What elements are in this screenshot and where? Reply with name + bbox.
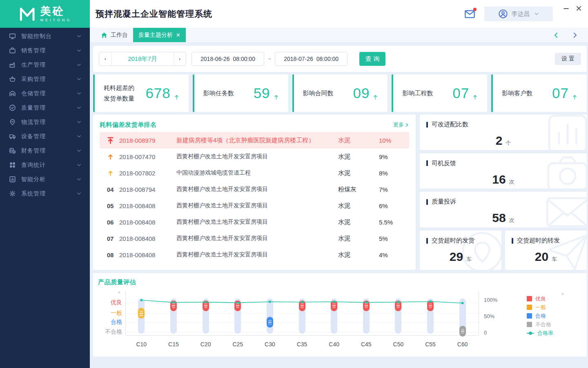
grade-pill-C20 bbox=[203, 301, 209, 311]
rank-top-icon bbox=[107, 137, 114, 144]
tab-quality-analysis[interactable]: 质量主题分析 bbox=[133, 28, 186, 42]
info-card-driver-feedback: 司机反馈16次 bbox=[420, 153, 587, 189]
sidebar-item-finance[interactable]: 财务管理 bbox=[0, 144, 90, 158]
sidebar-item-sales[interactable]: 销售管理 bbox=[0, 43, 90, 58]
mail-button[interactable] bbox=[464, 9, 475, 20]
grade-pill-C15 bbox=[170, 301, 177, 311]
quality-chart: 优良一般合格不合格C10C15C20C25C30C35C40C45C50C55C… bbox=[98, 289, 582, 354]
x-axis-label: C10 bbox=[136, 341, 147, 348]
sidebar-item-purchase[interactable]: 采购管理 bbox=[0, 72, 90, 86]
info-card-accent-bar bbox=[426, 160, 428, 166]
stat-card-affected-contracts: 影响合同数09 bbox=[292, 74, 388, 112]
sidebar-item-equipment[interactable]: 设备管理 bbox=[0, 129, 90, 144]
legend-item-优良[interactable]: 优良 bbox=[527, 296, 553, 301]
info-card-accent-bar bbox=[426, 199, 428, 205]
stat-card-label: 影响工程数 bbox=[402, 88, 452, 99]
order-number: 2018-008408 bbox=[119, 219, 176, 226]
stat-card-affected-tasks: 影响任务数59 bbox=[193, 74, 288, 112]
x-axis-line bbox=[125, 335, 479, 336]
legend-label: 合格 bbox=[535, 312, 546, 320]
ranking-row[interactable]: 052018-008408西黄村棚户改造土地开发安置房项目水泥6% bbox=[100, 197, 409, 214]
grade-pill-C55 bbox=[427, 301, 434, 311]
tab-scroll-right-icon[interactable] bbox=[572, 32, 578, 38]
legend-square-icon bbox=[527, 305, 532, 310]
ranking-row[interactable]: 2018-008979新建病房楼等4项（北京肿瘤医院新建病房楼工程）水泥10% bbox=[100, 132, 409, 148]
legend-square-icon bbox=[527, 322, 532, 327]
sidebar-item-statistics[interactable]: 查询统计 bbox=[0, 158, 90, 172]
sidebar-item-analysis[interactable]: 智能分析 bbox=[0, 172, 90, 186]
deviation-percent: 4% bbox=[379, 251, 403, 258]
sidebar-item-label: 仓储管理 bbox=[21, 90, 76, 97]
stat-card-label: 影响任务数 bbox=[203, 88, 254, 99]
date-from-input[interactable] bbox=[192, 52, 264, 66]
info-card-overtime-transfers: 交货超时的转发20车 bbox=[505, 231, 587, 270]
info-card-value: 29 bbox=[450, 250, 463, 264]
legend-label: 合格率 bbox=[537, 330, 553, 337]
grade-track bbox=[267, 298, 273, 334]
sidebar-item-production[interactable]: 生产管理 bbox=[0, 58, 90, 72]
grade-pill-stripes bbox=[365, 304, 368, 308]
query-button[interactable]: 查 询 bbox=[359, 52, 385, 66]
ranking-row[interactable]: 062018-008408西黄村棚户改造土地开发安置房项目水泥5.5% bbox=[100, 214, 409, 230]
stat-card-over-delta-orders: 耗料超差的发货单数量678 bbox=[93, 74, 189, 112]
factory-icon bbox=[9, 61, 16, 68]
minimize-button[interactable] bbox=[563, 5, 570, 12]
ranking-row[interactable]: 042018-008794西黄村棚户改造土地开发安置房项目粉煤灰7% bbox=[100, 181, 409, 197]
legend-item-合格率[interactable]: 合格率 bbox=[527, 330, 553, 336]
month-prev-button[interactable] bbox=[99, 52, 111, 65]
stat-card-value: 09 bbox=[353, 85, 370, 101]
info-card-label: 交货超时的发货 bbox=[432, 237, 474, 245]
sidebar-item-label: 财务管理 bbox=[21, 147, 76, 155]
date-to-input[interactable] bbox=[275, 52, 347, 66]
tab-scroll-left-icon[interactable] bbox=[553, 32, 559, 38]
info-card-accent-bar bbox=[426, 122, 428, 128]
ranking-row[interactable]: 072018-008408西黄村棚户改造土地开发安置房项目水泥5% bbox=[100, 230, 409, 247]
chevron-down-icon bbox=[76, 76, 82, 82]
sidebar-item-warehouse[interactable]: 仓储管理 bbox=[0, 86, 90, 101]
legend-item-合格[interactable]: 合格 bbox=[527, 313, 553, 319]
legend-item-一般[interactable]: 一般 bbox=[527, 305, 553, 310]
settings-button[interactable]: 设 置 bbox=[555, 53, 581, 65]
sidebar-item-label: 设备管理 bbox=[21, 133, 76, 140]
rank-marker bbox=[101, 170, 119, 177]
right-axis-line bbox=[479, 292, 479, 335]
ranking-row[interactable]: 2018-007802中国动漫游戏城电缆管道工程水泥8% bbox=[100, 165, 409, 181]
user-menu[interactable]: 李达昌 bbox=[484, 7, 553, 21]
sidebar-item-console[interactable]: 智能控制台 bbox=[0, 29, 90, 43]
info-card-label: 交货超时的转发 bbox=[517, 237, 560, 245]
month-next-button[interactable] bbox=[174, 52, 186, 65]
grade-pill-C30 bbox=[267, 317, 273, 328]
stat-label-line: 影响工程数 bbox=[402, 88, 452, 99]
legend-square-icon bbox=[527, 313, 532, 319]
info-card-header: 司机反馈 bbox=[426, 159, 580, 167]
analysis-icon bbox=[9, 176, 16, 183]
x-axis-label: C45 bbox=[361, 341, 372, 348]
grade-pill-stripes bbox=[140, 311, 143, 316]
chevron-down-icon bbox=[76, 162, 82, 168]
tab-bar: 工作台质量主题分析 bbox=[90, 28, 588, 43]
order-number: 2018-008794 bbox=[119, 186, 176, 193]
arrow-up-icon bbox=[107, 153, 114, 160]
stat-card-label: 影响合同数 bbox=[303, 88, 353, 99]
chevron-down-icon bbox=[76, 177, 82, 182]
right-axis-tick: 0 bbox=[484, 330, 487, 336]
ranking-panel: 耗料偏差发货单排名 更多 2018-008979新建病房楼等4项（北京肿瘤医院新… bbox=[93, 114, 416, 270]
basket-icon bbox=[9, 76, 16, 83]
info-card-unit: 次 bbox=[509, 217, 514, 224]
sidebar-item-quality[interactable]: 质量管理 bbox=[0, 101, 90, 115]
close-button[interactable] bbox=[575, 5, 582, 12]
ranking-row[interactable]: 2018-007470西黄村棚户改造土地开发安置房项目水泥9% bbox=[100, 148, 409, 165]
stat-card-value: 59 bbox=[254, 85, 270, 101]
legend-item-不合格[interactable]: 不合格 bbox=[527, 322, 553, 327]
sidebar-item-system[interactable]: 系统管理 bbox=[0, 186, 90, 201]
tab-workbench[interactable]: 工作台 bbox=[96, 28, 133, 42]
ranking-row[interactable]: 082018-008408西黄村棚户改造土地开发安置房项目水泥4% bbox=[100, 247, 409, 263]
page-title: 预拌混凝土企业智能管理系统 bbox=[96, 8, 212, 20]
grade-pill-C50 bbox=[395, 301, 401, 311]
deviation-percent: 10% bbox=[379, 137, 403, 144]
more-link[interactable]: 更多 bbox=[393, 121, 409, 128]
chevron-down-icon bbox=[76, 105, 82, 110]
deviation-percent: 5.5% bbox=[379, 219, 403, 226]
sidebar-item-logistics[interactable]: 物流管理 bbox=[0, 115, 90, 129]
rank-number: 04 bbox=[107, 186, 114, 193]
